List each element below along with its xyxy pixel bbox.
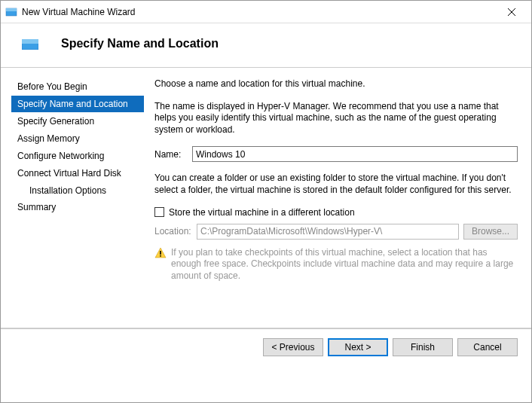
location-input <box>197 224 459 240</box>
location-label: Location: <box>154 226 197 237</box>
warning-icon <box>154 247 167 259</box>
svg-rect-5 <box>160 255 161 257</box>
previous-button[interactable]: < Previous <box>263 338 323 356</box>
wizard-steps: Before You Begin Specify Name and Locati… <box>1 68 144 328</box>
name-input[interactable] <box>192 146 518 162</box>
next-button[interactable]: Next > <box>328 338 388 356</box>
step-installation-options[interactable]: Installation Options <box>11 182 144 199</box>
wizard-content: Choose a name and location for this virt… <box>144 68 531 328</box>
wizard-icon <box>5 6 17 18</box>
step-summary[interactable]: Summary <box>11 199 144 215</box>
step-configure-networking[interactable]: Configure Networking <box>11 148 144 164</box>
step-assign-memory[interactable]: Assign Memory <box>11 130 144 147</box>
location-row: Location: Browse... <box>154 224 518 240</box>
window-title: New Virtual Machine Wizard <box>22 7 497 17</box>
monitor-icon <box>22 39 38 50</box>
page-title: Specify Name and Location <box>61 37 219 50</box>
titlebar: New Virtual Machine Wizard <box>1 1 531 23</box>
close-button[interactable] <box>497 1 527 23</box>
finish-button[interactable]: Finish <box>393 338 453 356</box>
step-specify-name-location[interactable]: Specify Name and Location <box>11 96 144 112</box>
wizard-header: Specify Name and Location <box>1 23 531 67</box>
step-connect-vhd[interactable]: Connect Virtual Hard Disk <box>11 165 144 182</box>
intro-text: Choose a name and location for this virt… <box>154 78 518 90</box>
warning-row: If you plan to take checkpoints of this … <box>154 247 518 282</box>
name-field-row: Name: <box>154 146 518 162</box>
different-location-checkbox[interactable] <box>154 207 164 217</box>
different-location-label: Store the virtual machine in a different… <box>169 207 355 218</box>
wizard-body: Before You Begin Specify Name and Locati… <box>1 68 531 328</box>
step-before-you-begin[interactable]: Before You Begin <box>11 78 144 95</box>
different-location-row: Store the virtual machine in a different… <box>154 207 518 218</box>
warning-text: If you plan to take checkpoints of this … <box>171 247 518 282</box>
svg-rect-1 <box>6 8 17 11</box>
svg-rect-3 <box>22 39 38 44</box>
browse-button: Browse... <box>463 224 518 240</box>
name-hint-text: The name is displayed in Hyper-V Manager… <box>154 101 518 136</box>
folder-hint-text: You can create a folder or use an existi… <box>154 172 518 196</box>
step-specify-generation[interactable]: Specify Generation <box>11 113 144 130</box>
wizard-footer: < Previous Next > Finish Cancel <box>1 328 531 365</box>
name-label: Name: <box>154 149 192 160</box>
cancel-button[interactable]: Cancel <box>457 338 518 356</box>
svg-rect-4 <box>160 251 161 255</box>
close-icon <box>508 8 515 16</box>
